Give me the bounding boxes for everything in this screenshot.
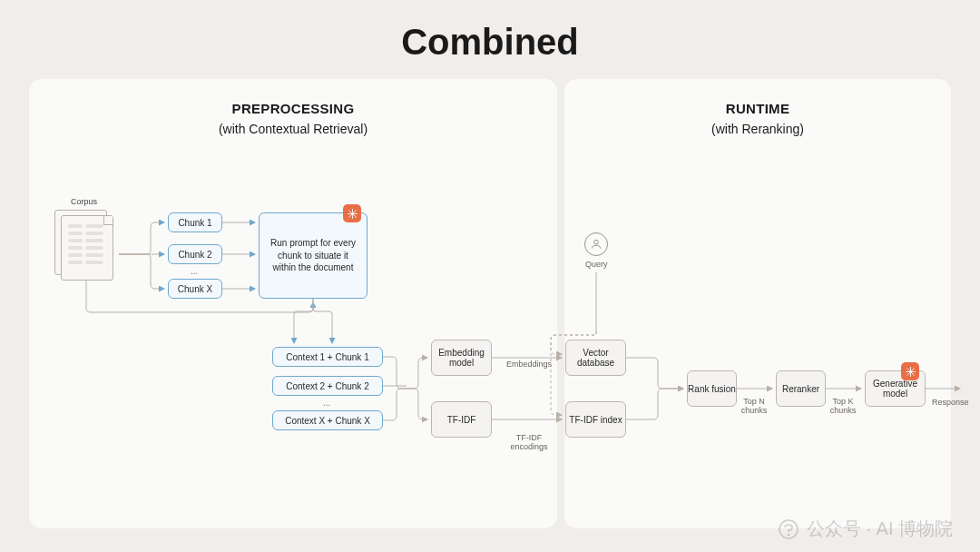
runtime-heading: RUNTIME <box>564 79 951 120</box>
response-label: Response <box>932 398 969 407</box>
preprocessing-heading: PREPROCESSING <box>29 79 557 120</box>
corpus-icon: Corpus <box>50 197 118 281</box>
page-title: Combined <box>0 0 980 79</box>
tfidf-box: TF-IDF <box>431 401 492 438</box>
context-2-box: Context 2 + Chunk 2 <box>272 376 383 396</box>
corpus-label: Corpus <box>50 197 118 206</box>
ai-icon <box>343 204 361 222</box>
context-ellipsis: ... <box>323 398 330 408</box>
tfidf-encodings-label: TF-IDF encodings <box>502 434 556 452</box>
svg-point-4 <box>594 240 599 244</box>
user-icon <box>584 232 608 256</box>
reranker-box: Reranker <box>776 370 826 407</box>
runtime-panel: RUNTIME (with Reranking) <box>564 79 951 528</box>
svg-point-10 <box>788 534 789 535</box>
tfidf-index-box: TF-IDF index <box>565 401 626 438</box>
chunk-1-box: Chunk 1 <box>168 212 222 232</box>
embedding-model-box: Embedding model <box>431 340 492 376</box>
query-label: Query <box>585 260 608 269</box>
watermark-text: 公众号 · AI 博物院 <box>807 517 953 541</box>
ai-icon <box>901 362 919 380</box>
preprocessing-panel: PREPROCESSING (with Contextual Retrieval… <box>29 79 557 528</box>
chunk-2-box: Chunk 2 <box>168 244 222 264</box>
chunk-x-box: Chunk X <box>168 279 222 299</box>
top-n-label: Top N chunks <box>735 398 773 416</box>
runtime-subtitle: (with Reranking) <box>564 120 951 136</box>
context-1-box: Context 1 + Chunk 1 <box>272 347 383 367</box>
chunk-ellipsis: ... <box>191 266 198 276</box>
vector-database-box: Vector database <box>565 340 626 376</box>
rank-fusion-box: Rank fusion <box>687 370 737 407</box>
preprocessing-subtitle: (with Contextual Retrieval) <box>29 120 557 136</box>
prompt-box: Run prompt for every chunk to situate it… <box>259 212 368 299</box>
watermark: 公众号 · AI 博物院 <box>778 517 953 541</box>
top-k-label: Top K chunks <box>824 398 862 416</box>
embeddings-label: Embeddings <box>502 360 556 369</box>
context-x-box: Context X + Chunk X <box>272 410 383 430</box>
